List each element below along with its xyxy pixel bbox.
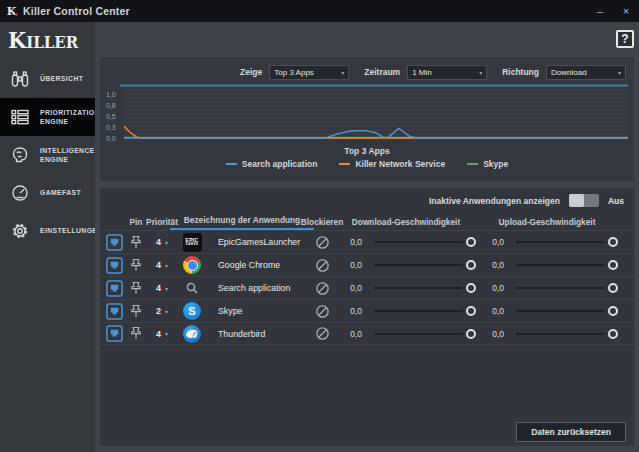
ethernet-icon[interactable] bbox=[104, 277, 124, 299]
download-slider[interactable] bbox=[372, 300, 476, 322]
svg-text:0,5: 0,5 bbox=[106, 113, 116, 120]
zeitraum-label: Zeitraum bbox=[364, 67, 400, 77]
priority-dropdown[interactable]: 4 ▾ bbox=[148, 277, 176, 299]
sidebar-item-einstellungen[interactable]: EINSTELLUNGEN bbox=[0, 212, 95, 250]
epic-games-icon: EPICGAMES bbox=[183, 233, 202, 252]
ethernet-icon[interactable] bbox=[104, 323, 124, 344]
upload-slider[interactable] bbox=[514, 277, 618, 299]
ethernet-icon[interactable] bbox=[104, 254, 124, 276]
table-row: 4 ▾ Thunderbird 0,0 0,0 bbox=[100, 322, 634, 345]
ethernet-icon[interactable] bbox=[104, 231, 124, 253]
app-name: EpicGamesLauncher bbox=[208, 231, 308, 253]
pin-icon[interactable] bbox=[124, 300, 148, 322]
chart-plot-area: 1,00,80,50,30,0 bbox=[104, 84, 630, 144]
zeitraum-value: 1 Min bbox=[412, 68, 432, 77]
app-name: Google Chrome bbox=[208, 254, 308, 276]
reset-data-button[interactable]: Daten zurücksetzen bbox=[516, 422, 626, 442]
legend-item: Skype bbox=[467, 159, 508, 169]
column-header-download[interactable]: Download-Geschwindigkeit bbox=[352, 217, 460, 227]
download-value: 0,0 bbox=[336, 323, 372, 344]
pin-icon[interactable] bbox=[124, 231, 148, 253]
download-slider[interactable] bbox=[372, 277, 476, 299]
pin-icon[interactable] bbox=[124, 323, 148, 344]
slider-knob[interactable] bbox=[608, 283, 618, 293]
block-icon[interactable] bbox=[308, 300, 336, 322]
sidebar: Killer ÜBERSICHT bbox=[0, 22, 95, 452]
download-slider[interactable] bbox=[372, 254, 476, 276]
column-header-upload[interactable]: Upload-Geschwindigkeit bbox=[499, 217, 596, 227]
slider-knob[interactable] bbox=[466, 283, 476, 293]
download-value: 0,0 bbox=[336, 300, 372, 322]
minimize-button[interactable]: – bbox=[587, 0, 613, 22]
legend-item: Killer Network Service bbox=[339, 159, 445, 169]
slider-knob[interactable] bbox=[608, 260, 618, 270]
upload-slider[interactable] bbox=[514, 254, 618, 276]
slider-knob[interactable] bbox=[608, 237, 618, 247]
killer-logo: Killer bbox=[8, 26, 78, 53]
table-row: 4 ▾ Google Chrome 0,0 0,0 bbox=[100, 253, 634, 276]
zeitraum-select[interactable]: 1 Min ▾ bbox=[407, 65, 487, 80]
ethernet-icon[interactable] bbox=[104, 300, 124, 322]
slider-knob[interactable] bbox=[608, 306, 618, 316]
priority-dropdown[interactable]: 4 ▾ bbox=[148, 323, 176, 344]
upload-value: 0,0 bbox=[476, 300, 514, 322]
search-app-icon bbox=[183, 279, 201, 297]
priority-dropdown[interactable]: 4 ▾ bbox=[148, 231, 176, 253]
gauge-icon bbox=[8, 182, 32, 204]
upload-slider[interactable] bbox=[514, 323, 618, 344]
upload-slider[interactable] bbox=[514, 231, 618, 253]
block-icon[interactable] bbox=[308, 231, 336, 253]
chevron-down-icon: ▾ bbox=[341, 69, 344, 76]
svg-text:0,8: 0,8 bbox=[106, 102, 116, 109]
download-slider[interactable] bbox=[372, 323, 476, 344]
series-swatch-green bbox=[467, 163, 478, 165]
richtung-label: Richtung bbox=[502, 67, 539, 77]
zeige-select[interactable]: Top 3 Apps ▾ bbox=[269, 65, 349, 80]
show-inactive-toggle[interactable] bbox=[569, 194, 599, 207]
slider-knob[interactable] bbox=[608, 329, 618, 339]
column-header-name[interactable]: Bezeichnung der Anwendung bbox=[170, 213, 314, 230]
chevron-down-icon: ▾ bbox=[165, 239, 168, 246]
chevron-down-icon: ▾ bbox=[165, 330, 168, 337]
sidebar-item-prioritization-engine[interactable]: PRIORITIZATION ENGINE bbox=[0, 98, 95, 136]
slider-knob[interactable] bbox=[466, 260, 476, 270]
table-header: Pin Priorität Bezeichnung der Anwendung … bbox=[100, 213, 634, 230]
block-icon[interactable] bbox=[308, 277, 336, 299]
sidebar-item-label: PRIORITIZATION ENGINE bbox=[40, 108, 100, 126]
legend-label: Search application bbox=[242, 159, 318, 169]
thunderbird-icon bbox=[183, 325, 201, 343]
series-swatch-orange bbox=[339, 163, 350, 165]
column-header-block[interactable]: Blockieren bbox=[301, 217, 343, 227]
pin-icon[interactable] bbox=[124, 254, 148, 276]
sidebar-item-intelligence-engine[interactable]: INTELLIGENCE ENGINE bbox=[0, 136, 95, 174]
priority-list-icon bbox=[8, 106, 32, 128]
sidebar-item-gamefast[interactable]: GAMEFAST bbox=[0, 174, 95, 212]
upload-slider[interactable] bbox=[514, 300, 618, 322]
richtung-value: Download bbox=[551, 68, 587, 77]
slider-knob[interactable] bbox=[466, 329, 476, 339]
pin-icon[interactable] bbox=[124, 277, 148, 299]
chrome-icon bbox=[183, 256, 201, 274]
richtung-select[interactable]: Download ▾ bbox=[546, 65, 626, 80]
slider-knob[interactable] bbox=[466, 306, 476, 316]
priority-dropdown[interactable]: 4 ▾ bbox=[148, 254, 176, 276]
main-content: ? Zeige Top 3 Apps ▾ Zeitraum 1 Min ▾ Ri… bbox=[95, 22, 639, 452]
column-header-pin[interactable]: Pin bbox=[130, 217, 143, 227]
sidebar-item-uebersicht[interactable]: ÜBERSICHT bbox=[0, 60, 95, 98]
download-value: 0,0 bbox=[336, 231, 372, 253]
chevron-down-icon: ▾ bbox=[479, 69, 482, 76]
legend-item: Search application bbox=[226, 159, 318, 169]
help-button[interactable]: ? bbox=[616, 30, 634, 48]
svg-text:0,3: 0,3 bbox=[106, 124, 116, 131]
sidebar-item-label: INTELLIGENCE ENGINE bbox=[40, 146, 95, 164]
block-icon[interactable] bbox=[308, 254, 336, 276]
block-icon[interactable] bbox=[308, 323, 336, 344]
app-logo-icon: K bbox=[6, 5, 17, 18]
table-row: 2 ▾ S Skype 0,0 0,0 bbox=[100, 299, 634, 322]
priority-dropdown[interactable]: 2 ▾ bbox=[148, 300, 176, 322]
slider-knob[interactable] bbox=[466, 237, 476, 247]
toggle-state-label: Aus bbox=[608, 196, 624, 206]
close-button[interactable]: × bbox=[613, 0, 639, 22]
upload-value: 0,0 bbox=[476, 277, 514, 299]
download-slider[interactable] bbox=[372, 231, 476, 253]
